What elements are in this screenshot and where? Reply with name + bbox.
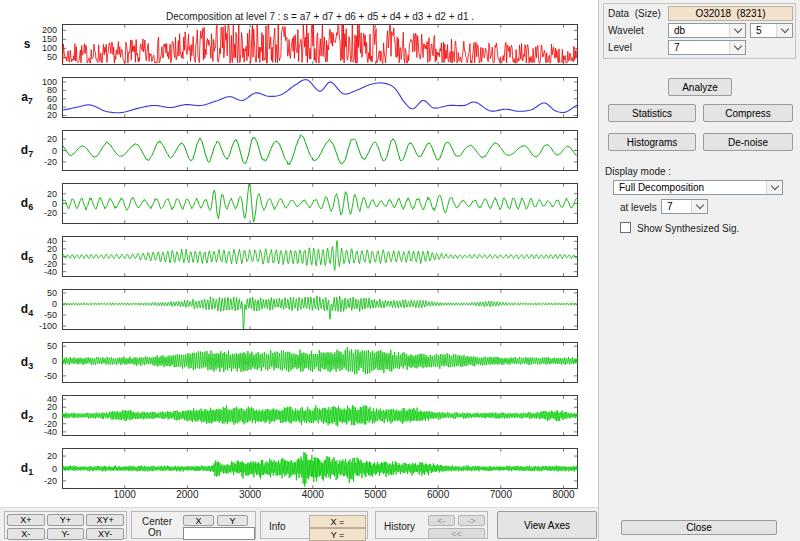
waveform-d4: [62, 296, 578, 329]
decomposition-title: Decomposition at level 7 : s = a7 + d7 +…: [62, 11, 578, 22]
analyze-button[interactable]: Analyze: [668, 78, 732, 96]
view-axes-button[interactable]: View Axes: [497, 511, 597, 539]
waveform-d7: [62, 135, 578, 165]
waveform-d2: [62, 405, 578, 426]
plot-d3[interactable]: [62, 342, 578, 383]
display-mode-label: Display mode :: [605, 166, 671, 177]
plot-d1[interactable]: [62, 448, 578, 489]
display-mode-select[interactable]: Full Decomposition: [613, 180, 783, 195]
decomposition-plot-area: Decomposition at level 7 : s = a7 + d7 +…: [0, 0, 598, 507]
plot-d5[interactable]: [62, 236, 578, 277]
zoom-xy-minus-button[interactable]: XY-: [86, 528, 124, 540]
at-levels-select[interactable]: 7: [661, 199, 708, 214]
zoom-button-group: X+ Y+ XY+ X- Y- XY-: [4, 511, 127, 539]
y-tick-label: 50: [0, 288, 57, 298]
center-x-button[interactable]: X: [183, 515, 214, 526]
waveform-d6: [62, 184, 578, 222]
x-tick-label: 7000: [490, 489, 512, 500]
at-levels-value: 7: [667, 201, 673, 212]
waveform-d5: [62, 241, 578, 271]
zoom-x-plus-button[interactable]: X+: [7, 514, 45, 526]
info-group: Info X = Y =: [260, 511, 368, 539]
histograms-button[interactable]: Histograms: [608, 133, 696, 151]
y-tick-label: 0: [0, 199, 57, 209]
at-levels-label: at levels: [620, 202, 657, 213]
y-tick-label: 20: [0, 451, 57, 461]
history-back-button[interactable]: <-: [428, 515, 455, 526]
y-tick-label: 50: [0, 52, 57, 62]
center-y-button[interactable]: Y: [217, 515, 248, 526]
wavelet-1d-window: Decomposition at level 7 : s = a7 + d7 +…: [0, 0, 800, 541]
chevron-down-icon[interactable]: [691, 200, 707, 213]
wavelet-number-select[interactable]: 5: [750, 23, 793, 38]
x-tick-label: 8000: [552, 489, 574, 500]
waveform-s: [62, 25, 578, 63]
info-x-field: X =: [309, 515, 366, 528]
y-tick-label: 0: [0, 464, 57, 474]
waveform-d3: [62, 347, 578, 374]
x-tick-label: 6000: [427, 489, 449, 500]
data-size-label: Data (Size): [608, 8, 661, 19]
plot-d6[interactable]: [62, 183, 578, 224]
show-synthesized-checkbox[interactable]: [620, 222, 631, 233]
zoom-y-minus-button[interactable]: Y-: [47, 528, 85, 540]
plot-d7[interactable]: [62, 130, 578, 171]
level-select[interactable]: 7: [668, 40, 746, 55]
show-synthesized-label: Show Synthesized Sig.: [637, 223, 739, 234]
x-tick-label: 4000: [302, 489, 324, 500]
y-tick-label: -40: [0, 267, 57, 277]
y-tick-label: 0: [0, 299, 57, 309]
wavelet-family-value: db: [674, 25, 685, 36]
center-label: Center: [142, 516, 172, 527]
wavelet-family-select[interactable]: db: [668, 23, 746, 38]
compress-button[interactable]: Compress: [703, 104, 793, 122]
y-tick-label: -40: [0, 427, 57, 437]
center-on-input[interactable]: [183, 527, 255, 540]
y-tick-label: 20: [0, 189, 57, 199]
plot-d4[interactable]: [62, 289, 578, 330]
wavelet-label: Wavelet: [608, 25, 644, 36]
y-tick-label: -50: [0, 310, 57, 320]
x-tick-label: 1000: [114, 489, 136, 500]
level-value: 7: [674, 42, 680, 53]
waveform-a7: [62, 80, 578, 113]
y-tick-label: -50: [0, 371, 57, 381]
center-on-group: Center On X Y: [131, 511, 256, 539]
chevron-down-icon[interactable]: [729, 24, 745, 37]
zoom-x-minus-button[interactable]: X-: [7, 528, 45, 540]
y-tick-label: 0: [0, 356, 57, 366]
denoise-button[interactable]: De-noise: [703, 133, 793, 151]
history-forward-button[interactable]: ->: [458, 515, 485, 526]
y-tick-label: -20: [0, 476, 57, 486]
control-panel: Data (Size) O32018 (8231) Wavelet db 5 L…: [599, 0, 800, 541]
level-label: Level: [608, 42, 632, 53]
close-button[interactable]: Close: [621, 520, 777, 535]
chevron-down-icon[interactable]: [776, 24, 792, 37]
plot-s[interactable]: [62, 24, 578, 65]
y-tick-label: -20: [0, 157, 57, 167]
waveform-d1: [62, 452, 578, 487]
history-label: History: [384, 521, 415, 532]
data-size-value: O32018 (8231): [668, 6, 793, 21]
plot-a7[interactable]: [62, 77, 578, 118]
y-tick-label: 0: [0, 146, 57, 156]
y-tick-label: 50: [0, 341, 57, 351]
y-tick-label: 20: [0, 134, 57, 144]
chevron-down-icon[interactable]: [766, 181, 782, 194]
display-mode-value: Full Decomposition: [619, 182, 704, 193]
y-tick-label: -100: [0, 321, 57, 331]
history-all-button[interactable]: <<: [428, 528, 485, 539]
bottom-toolbar: X+ Y+ XY+ X- Y- XY- Center On X Y Info X…: [0, 507, 598, 541]
zoom-xy-plus-button[interactable]: XY+: [86, 514, 124, 526]
x-tick-label: 5000: [364, 489, 386, 500]
y-tick-label: -20: [0, 208, 57, 218]
plot-d2[interactable]: [62, 395, 578, 436]
statistics-button[interactable]: Statistics: [608, 104, 696, 122]
on-label: On: [148, 527, 161, 538]
history-group: History <- -> <<: [375, 511, 488, 539]
y-tick-label: 20: [0, 110, 57, 120]
chevron-down-icon[interactable]: [729, 41, 745, 54]
zoom-y-plus-button[interactable]: Y+: [47, 514, 85, 526]
info-y-field: Y =: [309, 528, 366, 541]
x-tick-label: 2000: [176, 489, 198, 500]
